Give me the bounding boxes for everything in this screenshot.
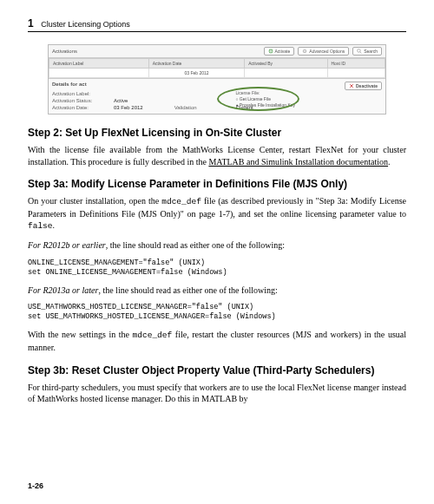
search-icon (357, 49, 362, 54)
chapter-number: 1 (28, 17, 34, 29)
table-header-row: Activation Label Activation Date Activat… (49, 59, 385, 69)
step2-paragraph: With the license file available from the… (28, 144, 406, 167)
col-by: Activated By (245, 59, 327, 69)
activate-button[interactable]: Activate (264, 47, 295, 56)
step3a-p2: For R2012b or earlier, the line should r… (28, 239, 406, 252)
page-header: 1 Cluster Licensing Options (28, 17, 406, 32)
x-icon (349, 83, 354, 88)
code-block-1: ONLINE_LICENSE_MANAGEMENT="false" (UNIX)… (28, 259, 406, 278)
col-label: Activation Label (49, 59, 149, 69)
details-panel: Details for act Deactivate Activation La… (49, 78, 385, 114)
svg-point-2 (305, 50, 306, 51)
label-activation-date: Activation Date: (52, 105, 108, 110)
code-block-2: USE_MATHWORKS_HOSTED_LICENSE_MANAGER="fa… (28, 303, 406, 322)
step2-heading: Step 2: Set Up FlexNet Licensing in On-S… (28, 127, 406, 139)
step3a-heading: Step 3a: Modify License Parameter in Def… (28, 178, 406, 190)
col-date: Activation Date (148, 59, 244, 69)
svg-line-4 (360, 52, 362, 54)
activations-panel-screenshot: Activations Activate Advanced Options Se… (48, 44, 386, 115)
table-row[interactable]: 03 Feb 2012 (49, 69, 385, 78)
value-activation-date: 03 Feb 2012 (114, 105, 143, 110)
radio-get-license-file[interactable]: ○ Get License File (235, 96, 295, 102)
label-activation-label: Activation Label: (52, 91, 108, 96)
step3b-heading: Step 3b: Reset Cluster Object Property V… (28, 364, 406, 376)
license-file-group: License File: ○ Get License File ● Prosa… (235, 90, 295, 108)
step3a-p1: On your cluster installation, open the m… (28, 195, 406, 232)
label-activation-status: Activation Status: (52, 98, 108, 103)
activations-table: Activation Label Activation Date Activat… (49, 58, 385, 78)
panel-title: Activations (52, 49, 77, 54)
toolbar: Activate Advanced Options Search (264, 47, 383, 56)
col-host: Host ID (327, 59, 385, 69)
advanced-options-button[interactable]: Advanced Options (298, 47, 349, 56)
page-number: 1-26 (28, 481, 43, 490)
label-license-file: License File: (235, 90, 260, 95)
search-button[interactable]: Search (352, 47, 382, 56)
gear-icon (302, 49, 307, 54)
plus-icon (268, 49, 273, 54)
step3a-p3: For R2013a or later, the line should rea… (28, 285, 406, 297)
chapter-title: Cluster Licensing Options (41, 20, 130, 29)
step3a-p4: With the new settings in the mdce_def fi… (28, 329, 406, 353)
label-validation: Validation (174, 105, 231, 110)
link-install-docs[interactable]: MATLAB and Simulink Installation documen… (208, 157, 388, 167)
step3b-p1: For third-party schedulers, you must spe… (28, 382, 406, 405)
deactivate-button[interactable]: Deactivate (345, 82, 382, 90)
panel-titlebar: Activations Activate Advanced Options Se… (49, 45, 385, 58)
radio-installation-key[interactable]: ● Prosales File Installation Key (235, 102, 295, 108)
value-activation-status: Active (114, 98, 128, 103)
details-title: Details for act (52, 82, 87, 90)
